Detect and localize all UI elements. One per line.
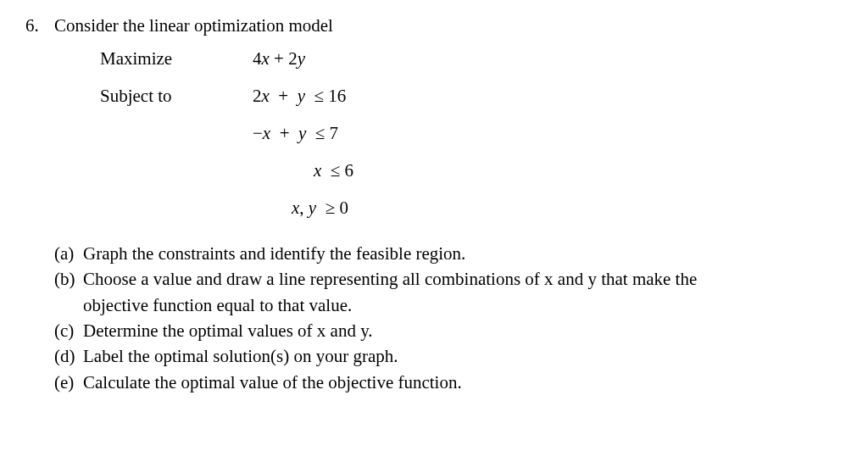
constraint-row-1: Subject to 2x + y ≤ 16 — [100, 86, 843, 111]
part-c-label: (c) — [54, 319, 83, 342]
constraint-1: 2x + y ≤ 16 — [253, 86, 346, 107]
page: 6. Consider the linear optimization mode… — [0, 0, 868, 396]
constraint-3: x ≤ 6 — [253, 160, 353, 181]
constraint-row-4: x, y ≥ 0 — [100, 198, 843, 223]
part-e-label: (e) — [54, 370, 83, 394]
part-a-label: (a) — [54, 242, 83, 265]
part-b-text: Choose a value and draw a line represent… — [83, 267, 843, 291]
part-b: (b) Choose a value and draw a line repre… — [54, 267, 843, 291]
part-b-cont: objective function equal to that value. — [83, 293, 843, 317]
part-d-label: (d) — [54, 344, 83, 368]
constraint-4: x, y ≥ 0 — [253, 198, 348, 219]
objective-expression: 4x + 2y — [253, 48, 305, 70]
part-e: (e) Calculate the optimal value of the o… — [54, 370, 843, 394]
problem-6: 6. Consider the linear optimization mode… — [25, 15, 843, 396]
optimization-model: Maximize 4x + 2y Subject to 2x + y ≤ 16 … — [100, 48, 843, 223]
part-a: (a) Graph the constraints and identify t… — [54, 242, 843, 265]
part-c: (c) Determine the optimal values of x an… — [54, 319, 843, 342]
part-d: (d) Label the optimal solution(s) on you… — [54, 344, 843, 368]
part-e-text: Calculate the optimal value of the objec… — [83, 370, 843, 394]
part-b-label: (b) — [54, 267, 83, 291]
part-c-text: Determine the optimal values of x and y. — [83, 319, 843, 342]
problem-number: 6. — [25, 15, 54, 36]
maximize-label: Maximize — [100, 48, 253, 70]
problem-body: Consider the linear optimization model M… — [54, 15, 843, 396]
problem-intro: Consider the linear optimization model — [54, 15, 843, 36]
part-a-text: Graph the constraints and identify the f… — [83, 242, 843, 265]
subparts: (a) Graph the constraints and identify t… — [54, 242, 843, 394]
part-d-text: Label the optimal solution(s) on your gr… — [83, 344, 843, 368]
constraint-row-2: −x + y ≤ 7 — [100, 123, 843, 148]
subject-to-label: Subject to — [100, 86, 253, 107]
constraint-2: −x + y ≤ 7 — [253, 123, 338, 144]
objective-row: Maximize 4x + 2y — [100, 48, 843, 74]
constraint-row-3: x ≤ 6 — [100, 160, 843, 186]
